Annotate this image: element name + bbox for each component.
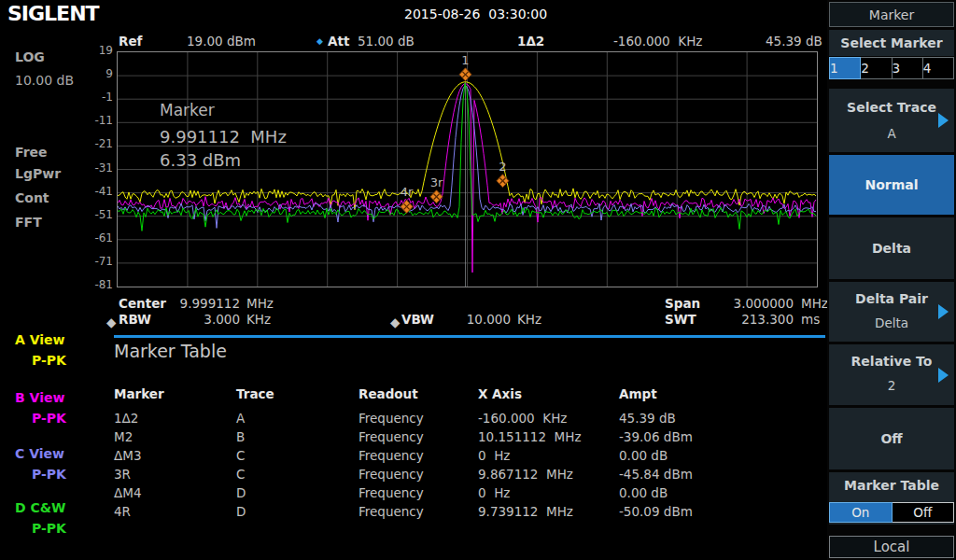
trace-view-item: B View (15, 390, 64, 405)
marker-option-3[interactable]: 3 (893, 57, 923, 79)
table-row-cell: M2 (114, 429, 133, 444)
marker-pair-label: 1Δ2 (517, 34, 544, 49)
y-tick-label: -31 (82, 161, 113, 175)
table-row-cell: C (236, 448, 245, 463)
marker-label: 1 (461, 53, 469, 67)
delta-ampt-readout: 45.39 dB (766, 34, 822, 49)
table-row-cell: 9.867112 MHz (478, 467, 573, 482)
ref-value: 19.00 dBm (187, 34, 256, 49)
marker-readout-freq: 9.991112 MHz (160, 127, 287, 147)
off-button[interactable]: Off (829, 408, 954, 469)
rbw-value: 3.000 (168, 312, 240, 327)
table-row-cell: Frequency (358, 504, 424, 519)
att-label: Att (328, 34, 349, 49)
trace-detector: P-PK (32, 467, 66, 482)
marker-diamond-1[interactable]: 1 (459, 53, 471, 81)
table-row-cell: Frequency (358, 411, 424, 426)
marker-diamond-2[interactable]: 2 (497, 160, 509, 188)
log-scale-type: LOG (15, 49, 45, 64)
marker-option-4[interactable]: 4 (923, 57, 954, 79)
table-row-cell: Frequency (358, 485, 424, 500)
status-cont: Cont (15, 190, 49, 205)
ref-label: Ref (119, 34, 142, 49)
y-tick-label: -81 (82, 278, 113, 291)
table-row-cell: 4R (114, 504, 131, 519)
span-unit: MHz (801, 296, 828, 311)
rbw-diamond-icon: ◆ (106, 315, 116, 329)
swt-label: SWT (665, 312, 696, 327)
table-row-cell: ΔM3 (114, 448, 141, 463)
table-row-cell: C (236, 467, 245, 482)
marker-option-1[interactable]: 1 (829, 57, 861, 79)
table-row-cell: -39.06 dBm (619, 429, 693, 444)
trace-detector: P-PK (32, 521, 66, 536)
table-row-cell: -45.84 dBm (619, 467, 693, 482)
trace-detector: P-PK (32, 353, 66, 368)
toggle-off[interactable]: Off (893, 502, 955, 523)
marker-label: 2 (499, 160, 506, 174)
table-row-cell: -160.000 KHz (478, 411, 567, 426)
col-trace: Trace (236, 386, 274, 401)
table-row-cell: A (236, 411, 245, 426)
delta-pair-button[interactable]: Delta Pair Delta (829, 282, 954, 342)
col-ampt: Ampt (619, 386, 657, 401)
table-row-cell: 0 Hz (478, 448, 510, 463)
table-row-cell: Frequency (358, 448, 424, 463)
table-row-cell: -50.09 dBm (619, 504, 693, 519)
sidebar-menu: Marker Select Marker 1 2 3 4 Select Trac… (827, 0, 956, 560)
select-trace-button[interactable]: Select Trace A (829, 89, 954, 152)
relative-to-button[interactable]: Relative To 2 (829, 344, 954, 405)
marker-label: 3r (430, 175, 443, 189)
rbw-label: RBW (119, 312, 151, 327)
table-row-cell: D (236, 504, 246, 519)
table-row-cell: D (236, 485, 246, 500)
table-row-cell: 3R (114, 467, 131, 482)
rbw-unit: KHz (246, 312, 271, 327)
chevron-right-icon (938, 113, 949, 128)
table-row-cell: 0.00 dB (619, 448, 668, 463)
table-row-cell: ΔM4 (114, 485, 141, 500)
vbw-diamond-icon: ◆ (390, 315, 400, 329)
marker-option-2[interactable]: 2 (861, 57, 892, 79)
att-diamond-icon: ◆ (316, 36, 323, 46)
center-value: 9.999112 (168, 296, 240, 311)
table-row-cell: 45.39 dB (619, 411, 676, 426)
vbw-value: 10.000 (439, 312, 511, 327)
y-tick-label: 19 (82, 44, 113, 57)
y-tick-label: -41 (82, 185, 113, 198)
y-tick-label: 9 (82, 67, 113, 80)
marker-label: 4r (401, 185, 414, 199)
chevron-right-icon (938, 304, 949, 319)
trace-view-item: D C&W (15, 500, 65, 515)
log-scale-value: 10.00 dB (15, 73, 74, 88)
select-marker-label: Select Marker (829, 30, 954, 56)
table-row-cell: 1Δ2 (114, 411, 138, 426)
marker-table-title: Marker Table (114, 341, 227, 361)
delta-freq-readout: -160.000 KHz (613, 34, 702, 49)
local-button[interactable]: Local (829, 536, 954, 558)
marker-diamond-4r[interactable]: 4r (401, 185, 414, 213)
center-unit: MHz (246, 296, 274, 311)
table-row-cell: 0 Hz (478, 485, 510, 500)
col-readout: Readout (358, 386, 418, 401)
status-free: Free (15, 145, 48, 160)
marker-readout-ampt: 6.33 dBm (160, 150, 241, 170)
delta-button[interactable]: Delta (829, 217, 954, 279)
trace-view-item: C View (15, 446, 64, 461)
table-row-cell: 0.00 dB (619, 485, 668, 500)
y-tick-label: -61 (82, 231, 113, 245)
att-value: 51.00 dB (358, 34, 415, 49)
table-row-cell: Frequency (358, 467, 424, 482)
swt-unit: ms (801, 312, 820, 327)
y-tick-label: -11 (82, 114, 113, 127)
siglent-logo: SIGLENT (7, 2, 99, 25)
datetime: 2015-08-26 03:30:00 (404, 7, 547, 21)
span-value: 3.000000 (710, 296, 794, 311)
swt-value: 213.300 (710, 312, 794, 327)
y-tick-label: -1 (82, 91, 113, 104)
normal-button[interactable]: Normal (829, 155, 954, 215)
vbw-unit: KHz (517, 312, 541, 327)
toggle-on[interactable]: On (829, 502, 893, 523)
col-xaxis: X Axis (478, 386, 522, 401)
select-marker-row: 1 2 3 4 (829, 57, 954, 79)
